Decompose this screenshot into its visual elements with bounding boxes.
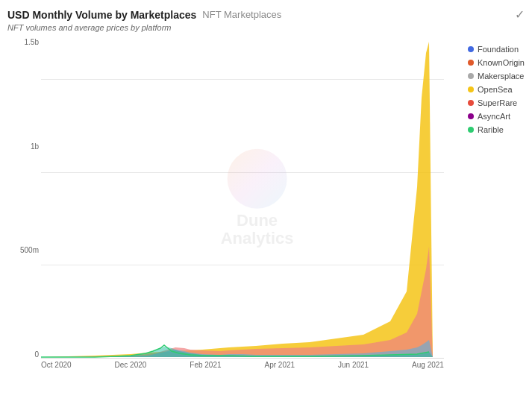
x-label-dec2020: Dec 2020 [115, 361, 147, 369]
legend-dot-rarible [468, 127, 474, 133]
legend-dot-superrare [468, 100, 474, 106]
x-label-apr2021: Apr 2021 [264, 361, 295, 369]
x-label-feb2021: Feb 2021 [190, 361, 221, 369]
x-label-oct2020: Oct 2020 [41, 361, 72, 369]
legend-label-rarible: Rarible [478, 125, 504, 134]
legend-dot-opensea [468, 86, 474, 92]
legend-foundation: Foundation [468, 45, 525, 54]
chart-subtitle: NFT volumes and average prices by platfo… [7, 23, 525, 32]
chart-header: USD Monthly Volume by Marketplaces NFT M… [7, 7, 525, 22]
legend-dot-knownorigin [468, 60, 474, 66]
check-icon: ✓ [515, 7, 525, 22]
y-label-1b: 1b [11, 142, 43, 151]
legend-superrare: SuperRare [468, 98, 525, 107]
legend-opensea: OpenSea [468, 85, 525, 94]
chart-title: USD Monthly Volume by Marketplaces [7, 9, 196, 21]
x-label-jun2021: Jun 2021 [338, 361, 369, 369]
opensea-area [41, 42, 433, 357]
legend-label-knownorigin: KnownOrigin [478, 58, 525, 67]
legend-knownorigin: KnownOrigin [468, 58, 525, 67]
chart-legend: Foundation KnownOrigin Makersplace OpenS… [468, 45, 525, 134]
legend-label-opensea: OpenSea [478, 85, 512, 94]
y-label-500m: 500m [11, 246, 43, 254]
legend-dot-makersplace [468, 73, 474, 79]
y-label-1-5b: 1.5b [11, 38, 43, 46]
legend-dot-asyncart [468, 113, 474, 119]
y-label-0: 0 [11, 350, 43, 359]
x-axis: Oct 2020 Dec 2020 Feb 2021 Apr 2021 Jun … [41, 361, 444, 369]
legend-label-foundation: Foundation [478, 45, 519, 54]
legend-label-superrare: SuperRare [478, 98, 517, 107]
legend-label-asyncart: AsyncArt [478, 112, 510, 121]
chart-nft-label: NFT Marketplaces [202, 9, 281, 20]
legend-asyncart: AsyncArt [468, 112, 525, 121]
legend-label-makersplace: Makersplace [478, 72, 524, 81]
legend-dot-foundation [468, 46, 474, 52]
legend-rarible: Rarible [468, 125, 525, 134]
chart-svg [41, 38, 444, 359]
x-label-aug2021: Aug 2021 [412, 361, 444, 369]
legend-makersplace: Makersplace [468, 72, 525, 81]
chart-container: USD Monthly Volume by Marketplaces NFT M… [0, 0, 532, 413]
y-axis: 0 500m 1b 1.5b [11, 38, 43, 359]
plot-area: Dune Analytics [41, 38, 444, 359]
